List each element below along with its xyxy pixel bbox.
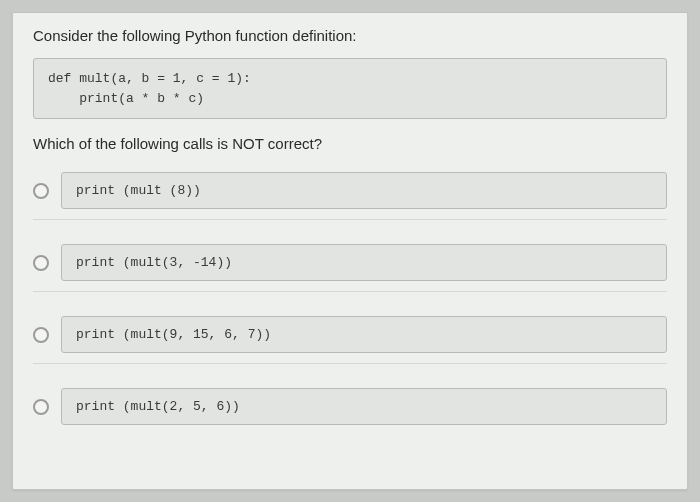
question-prompt: Consider the following Python function d… — [33, 27, 667, 44]
option-row[interactable]: print (mult(3, -14)) — [33, 244, 667, 292]
option-row[interactable]: print (mult(9, 15, 6, 7)) — [33, 316, 667, 364]
option-code: print (mult(3, -14)) — [61, 244, 667, 281]
question-card: Consider the following Python function d… — [12, 12, 688, 490]
radio-icon[interactable] — [33, 183, 49, 199]
option-code: print (mult(9, 15, 6, 7)) — [61, 316, 667, 353]
option-row[interactable]: print (mult (8)) — [33, 172, 667, 220]
radio-icon[interactable] — [33, 327, 49, 343]
radio-icon[interactable] — [33, 399, 49, 415]
radio-icon[interactable] — [33, 255, 49, 271]
option-row[interactable]: print (mult(2, 5, 6)) — [33, 388, 667, 425]
question-subprompt: Which of the following calls is NOT corr… — [33, 135, 667, 152]
options-list: print (mult (8)) print (mult(3, -14)) pr… — [33, 172, 667, 425]
function-definition-code: def mult(a, b = 1, c = 1): print(a * b *… — [33, 58, 667, 119]
option-code: print (mult (8)) — [61, 172, 667, 209]
option-code: print (mult(2, 5, 6)) — [61, 388, 667, 425]
